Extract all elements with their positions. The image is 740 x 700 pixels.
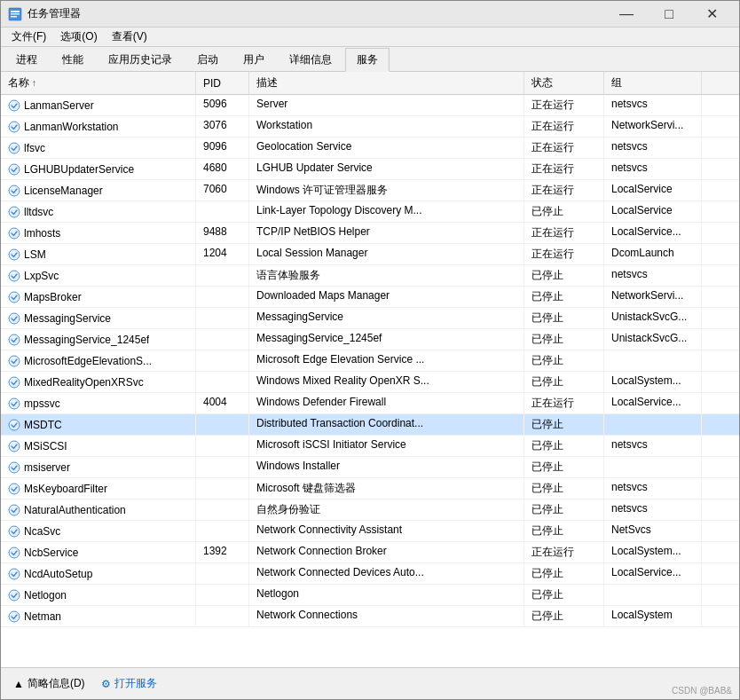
menu-view[interactable]: 查看(V) (105, 28, 154, 46)
table-row[interactable]: lmhosts9488TCP/IP NetBIOS Helper正在运行Loca… (1, 223, 739, 244)
service-status: 已停止 (524, 563, 604, 584)
service-desc: 自然身份验证 (249, 499, 524, 520)
service-icon (8, 185, 20, 197)
service-group: netsvcs (604, 95, 702, 115)
menu-bar: 文件(F) 选项(O) 查看(V) (1, 28, 739, 47)
content-area: 名称 ↑ PID 描述 状态 组 LanmanServer5096Server正… (1, 72, 739, 667)
table-row[interactable]: MSiSCSIMicrosoft iSCSI Initiator Service… (1, 436, 739, 457)
table-row[interactable]: LicenseManager7060Windows 许可证管理器服务正在运行Lo… (1, 180, 739, 201)
table-row[interactable]: MessagingServiceMessagingService已停止Unist… (1, 308, 739, 329)
service-name: LanmanServer (24, 99, 94, 112)
table-row[interactable]: LanmanServer5096Server正在运行netsvcs (1, 95, 739, 116)
svg-point-21 (9, 462, 20, 473)
tab-app-history[interactable]: 应用历史记录 (97, 48, 184, 71)
service-icon (8, 525, 20, 538)
tab-services[interactable]: 服务 (345, 48, 390, 72)
svg-point-7 (9, 164, 20, 175)
minimize-button[interactable]: — (606, 1, 647, 28)
service-desc: 语言体验服务 (249, 265, 524, 286)
tab-processes[interactable]: 进程 (4, 48, 49, 71)
service-table-body[interactable]: LanmanServer5096Server正在运行netsvcs Lanman… (1, 95, 739, 667)
tab-performance[interactable]: 性能 (51, 48, 95, 71)
svg-point-14 (9, 313, 20, 324)
tab-startup[interactable]: 启动 (185, 48, 230, 71)
svg-point-16 (9, 356, 20, 366)
service-name-cell: lfsvc (1, 138, 196, 158)
service-group (604, 414, 702, 435)
maximize-button[interactable]: □ (649, 1, 689, 28)
service-status: 正在运行 (524, 138, 604, 158)
service-icon (8, 610, 20, 623)
expand-icon: ▲ (13, 678, 24, 690)
col-status[interactable]: 状态 (524, 72, 604, 94)
svg-point-8 (9, 185, 20, 196)
service-group: LocalSystem... (604, 542, 702, 562)
table-row[interactable]: MicrosoftEdgeElevationS...Microsoft Edge… (1, 350, 739, 372)
service-status: 已停止 (524, 329, 604, 350)
table-row[interactable]: lfsvc9096Geolocation Service正在运行netsvcs (1, 138, 739, 159)
table-row[interactable]: LxpSvc语言体验服务已停止netsvcs (1, 265, 739, 287)
col-pid[interactable]: PID (196, 72, 249, 94)
service-name-cell: Netman (1, 606, 196, 626)
col-group[interactable]: 组 (604, 72, 702, 94)
table-row[interactable]: NcdAutoSetupNetwork Connected Devices Au… (1, 563, 739, 585)
service-name-cell: MapsBroker (1, 287, 196, 307)
service-pid (196, 478, 249, 499)
table-row[interactable]: MsKeyboardFilterMicrosoft 键盘筛选器已停止netsvc… (1, 478, 739, 499)
service-desc: MessagingService (249, 308, 524, 328)
window-icon (8, 7, 22, 21)
service-pid: 9488 (196, 223, 249, 243)
service-name: NaturalAuthentication (24, 504, 126, 516)
table-row[interactable]: lltdsvcLink-Layer Topology Discovery M..… (1, 201, 739, 223)
expand-button[interactable]: ▲ 简略信息(D) (8, 672, 91, 695)
service-desc: Windows Defender Firewall (249, 393, 524, 413)
service-desc: Workstation (249, 116, 524, 137)
table-row[interactable]: MixedRealityOpenXRSvcWindows Mixed Reali… (1, 372, 739, 393)
service-pid: 4004 (196, 393, 249, 413)
service-desc: Server (249, 95, 524, 115)
title-bar: 任务管理器 — □ ✕ (1, 1, 739, 28)
table-row[interactable]: NaturalAuthentication自然身份验证已停止netsvcs (1, 499, 739, 521)
table-row[interactable]: mpssvc4004Windows Defender Firewall正在运行L… (1, 393, 739, 414)
menu-file[interactable]: 文件(F) (4, 28, 53, 46)
tab-users[interactable]: 用户 (232, 48, 276, 71)
sort-icon: ↑ (32, 78, 36, 88)
service-pid: 4680 (196, 159, 249, 179)
service-status: 正在运行 (524, 244, 604, 264)
table-row[interactable]: LSM1204Local Session Manager正在运行DcomLaun… (1, 244, 739, 265)
tab-details[interactable]: 详细信息 (278, 48, 343, 71)
service-name-cell: LGHUBUpdaterService (1, 159, 196, 179)
service-icon (8, 483, 20, 495)
col-name[interactable]: 名称 ↑ (1, 72, 196, 94)
service-desc: Geolocation Service (249, 138, 524, 158)
table-row[interactable]: LanmanWorkstation3076Workstation正在运行Netw… (1, 116, 739, 138)
service-icon (8, 589, 20, 602)
table-row[interactable]: msiserverWindows Installer已停止 (1, 457, 739, 478)
service-group: LocalService... (604, 393, 702, 413)
service-name: MessagingService (24, 312, 111, 325)
service-pid (196, 350, 249, 371)
table-row[interactable]: NcbService1392Network Connection Broker正… (1, 542, 739, 563)
close-button[interactable]: ✕ (691, 1, 732, 28)
table-row[interactable]: NetlogonNetlogon已停止 (1, 585, 739, 606)
service-group: NetworkServi... (604, 287, 702, 307)
open-services-link[interactable]: ⚙ 打开服务 (101, 676, 157, 691)
service-name: NcbService (24, 547, 78, 559)
table-row[interactable]: NetmanNetwork Connections已停止LocalSystem (1, 606, 739, 627)
service-name: Netlogon (24, 589, 67, 602)
svg-point-9 (9, 207, 20, 217)
service-status: 已停止 (524, 350, 604, 371)
table-row[interactable]: MessagingService_1245efMessagingService_… (1, 329, 739, 350)
table-row[interactable]: NcaSvcNetwork Connectivity Assistant已停止N… (1, 521, 739, 542)
service-icon (8, 142, 20, 154)
col-desc[interactable]: 描述 (249, 72, 524, 94)
service-group (604, 350, 702, 371)
table-row[interactable]: MapsBrokerDownloaded Maps Manager已停止Netw… (1, 287, 739, 308)
table-row[interactable]: MSDTCDistributed Transaction Coordinat..… (1, 414, 739, 436)
table-row[interactable]: LGHUBUpdaterService4680LGHUB Updater Ser… (1, 159, 739, 180)
service-group: UnistackSvcG... (604, 329, 702, 350)
service-name-cell: msiserver (1, 457, 196, 477)
service-name: MapsBroker (24, 291, 82, 303)
service-group: netsvcs (604, 138, 702, 158)
menu-options[interactable]: 选项(O) (53, 28, 104, 46)
